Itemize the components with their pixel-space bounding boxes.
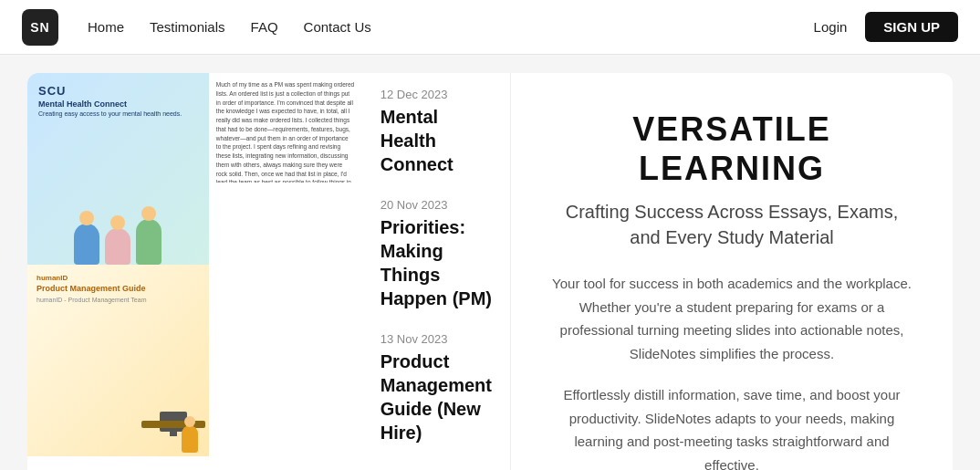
article-title-mental: Mental Health Connect <box>381 105 492 176</box>
navbar: SN Home Testimonials FAQ Contact Us Logi… <box>0 0 980 55</box>
article-entry-priorities[interactable]: 20 Nov 2023 Priorities: Making Things Ha… <box>381 198 492 310</box>
versatile-desc2: Effortlessly distill information, save t… <box>551 383 912 470</box>
logo[interactable]: SN <box>22 9 58 46</box>
article-entry-mental[interactable]: 12 Dec 2023 Mental Health Connect <box>381 88 492 176</box>
thumbnail-mental-health[interactable]: SCU Mental Health Connect Creating easy … <box>27 73 209 265</box>
nav-contact[interactable]: Contact Us <box>304 19 371 35</box>
pm-desk-figure <box>141 412 205 453</box>
thumbnails-col: SCU Mental Health Connect Creating easy … <box>27 73 209 470</box>
nav-testimonials[interactable]: Testimonials <box>150 19 225 35</box>
left-panel: SCU Mental Health Connect Creating easy … <box>27 73 511 470</box>
article-date-mental: 12 Dec 2023 <box>381 88 492 101</box>
article-entry-product[interactable]: 13 Nov 2023 Product Management Guide (Ne… <box>381 332 492 444</box>
article-title-priorities: Priorities: Making Things Happen (PM) <box>381 215 492 310</box>
versatile-subtitle: Crafting Success Across Essays, Exams, a… <box>551 199 912 250</box>
login-button[interactable]: Login <box>814 19 848 35</box>
versatile-heading: VERSATILE LEARNING <box>551 110 912 188</box>
thumb-mental-title: Mental Health Connect <box>38 99 127 109</box>
articles-list: 12 Dec 2023 Mental Health Connect 20 Nov… <box>362 73 511 470</box>
article-text-col: Much of my time as a PM was spent making… <box>209 73 362 470</box>
nav-home[interactable]: Home <box>88 19 124 35</box>
article-snippet-text: Much of my time as a PM was spent making… <box>216 80 355 183</box>
pm-title: Product Management Guide <box>36 284 146 295</box>
article-date-product: 13 Nov 2023 <box>381 332 492 346</box>
article-date-priorities: 20 Nov 2023 <box>381 198 492 212</box>
desk-shape <box>141 412 205 453</box>
person-figure-3 <box>136 219 162 265</box>
pm-sub: humanID - Product Management Team <box>36 297 147 303</box>
nav-actions: Login SIGN UP <box>814 12 958 42</box>
nav-links: Home Testimonials FAQ Contact Us <box>88 19 785 35</box>
thumbnail-pm-guide[interactable]: humanID Product Management Guide humanID… <box>27 265 209 456</box>
article-text-top: Much of my time as a PM was spent making… <box>209 73 362 183</box>
nav-faq[interactable]: FAQ <box>251 19 278 35</box>
main-content: SCU Mental Health Connect Creating easy … <box>0 55 980 470</box>
versatile-desc1: Your tool for success in both academics … <box>551 272 912 365</box>
pm-badge: humanID <box>36 274 68 282</box>
thumb-mental-sub: Creating easy access to your mental heal… <box>38 110 182 117</box>
thumb-mental-figures <box>74 219 162 265</box>
thumb-mental-badge: SCU <box>38 84 66 98</box>
person-figure-2 <box>105 228 130 265</box>
person-figure-1 <box>74 224 99 265</box>
logo-text: SN <box>30 20 49 35</box>
right-panel: VERSATILE LEARNING Crafting Success Acro… <box>511 73 953 470</box>
article-title-product: Product Management Guide (New Hire) <box>381 350 492 444</box>
desk-person <box>182 425 198 453</box>
signup-button[interactable]: SIGN UP <box>865 12 958 42</box>
content-card: SCU Mental Health Connect Creating easy … <box>27 73 953 470</box>
